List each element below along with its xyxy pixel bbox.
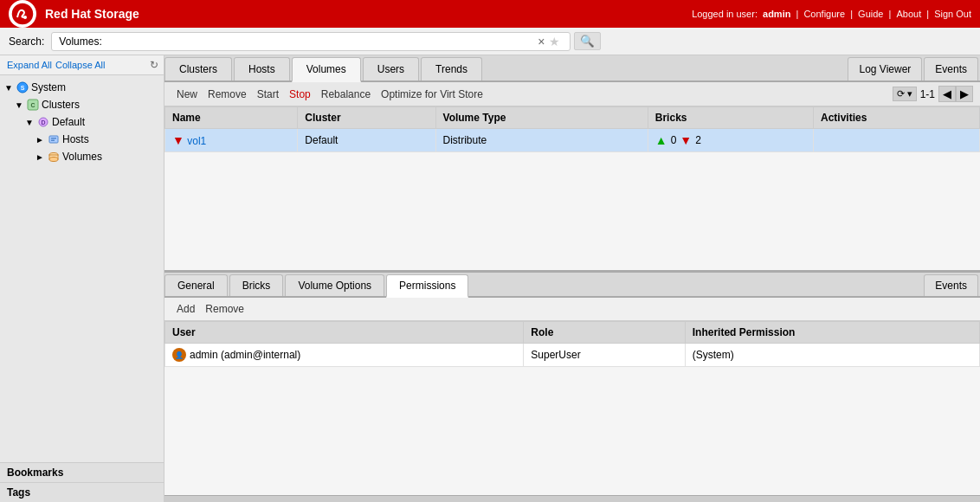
- header: Red Hat Storage Logged in user: admin | …: [0, 0, 980, 28]
- svg-text:S: S: [21, 85, 25, 91]
- col-cluster: Cluster: [298, 107, 435, 129]
- sidebar: Expand All Collapse All ↻ ▼ S System ▼ C…: [0, 55, 164, 502]
- table-row[interactable]: ▼ vol1 Default Distribute ▲ 0 ▼ 2: [165, 129, 980, 152]
- search-label: Search:: [9, 35, 44, 48]
- search-star-icon[interactable]: ★: [549, 35, 560, 48]
- lower-tabs: General Bricks Volume Options Permission…: [164, 273, 980, 298]
- tab-lower-events[interactable]: Events: [924, 274, 978, 296]
- tab-volume-options[interactable]: Volume Options: [285, 274, 384, 296]
- volumes-table-wrap: Name Cluster Volume Type Bricks Activiti…: [164, 106, 980, 270]
- cell-activities: [814, 129, 980, 152]
- pagination-label: 1-1: [920, 88, 935, 100]
- sidebar-item-label-hosts: Hosts: [62, 133, 89, 145]
- header-links: Logged in user: admin | Configure | Guid…: [689, 9, 971, 19]
- perm-col-user: User: [165, 322, 524, 344]
- optimize-button[interactable]: Optimize for Virt Store: [376, 87, 488, 102]
- tab-hosts[interactable]: Hosts: [234, 57, 290, 80]
- sidebar-item-label-system: System: [31, 81, 66, 93]
- tab-log-viewer[interactable]: Log Viewer: [848, 57, 922, 80]
- cell-volume-type: Distribute: [435, 129, 648, 152]
- tags-section: Tags: [0, 482, 164, 502]
- cell-cluster: Default: [298, 129, 435, 152]
- clusters-icon: C: [26, 98, 40, 112]
- tab-general[interactable]: General: [164, 274, 228, 296]
- svg-point-13: [49, 158, 58, 162]
- refresh-dropdown[interactable]: ⟳ ▾: [893, 87, 917, 101]
- system-icon: S: [16, 80, 29, 94]
- logo: [9, 0, 36, 28]
- col-volume-type: Volume Type: [435, 107, 648, 129]
- add-permission-button[interactable]: Add: [171, 301, 200, 317]
- tab-volumes[interactable]: Volumes: [292, 57, 361, 82]
- prev-page-button[interactable]: ◀: [938, 86, 956, 102]
- tab-clusters[interactable]: Clusters: [164, 57, 232, 80]
- about-link[interactable]: About: [896, 9, 921, 19]
- tab-events[interactable]: Events: [924, 57, 978, 80]
- arrow-hosts: ►: [35, 135, 45, 145]
- search-button[interactable]: 🔍: [574, 32, 601, 50]
- default-cluster-icon: D: [36, 115, 50, 129]
- search-input-wrap: × ★: [51, 32, 571, 51]
- cell-bricks: ▲ 0 ▼ 2: [648, 129, 813, 152]
- tab-trends[interactable]: Trends: [421, 57, 482, 80]
- permissions-action-bar: Add Remove: [164, 298, 980, 321]
- svg-point-0: [11, 3, 34, 25]
- svg-rect-9: [51, 138, 56, 139]
- perm-cell-inherited: (System): [685, 344, 979, 367]
- tab-bricks[interactable]: Bricks: [229, 274, 284, 296]
- hosts-icon: [47, 132, 61, 146]
- tab-users[interactable]: Users: [363, 57, 419, 80]
- start-button[interactable]: Start: [252, 87, 284, 102]
- logged-in-label: Logged in user:: [692, 9, 758, 19]
- arrow-system: ▼: [3, 83, 14, 93]
- arrow-default: ▼: [24, 118, 35, 127]
- user-avatar-icon: 👤: [172, 348, 186, 362]
- lower-section: General Bricks Volume Options Permission…: [164, 273, 980, 502]
- col-activities: Activities: [814, 107, 980, 129]
- sidebar-item-volumes[interactable]: ► Volumes: [0, 148, 164, 165]
- sidebar-item-hosts[interactable]: ► Hosts: [0, 131, 164, 148]
- sidebar-controls: Expand All Collapse All ↻: [0, 55, 164, 75]
- rebalance-button[interactable]: Rebalance: [316, 87, 376, 102]
- content-area: Clusters Hosts Volumes Users Trends Log …: [164, 55, 980, 502]
- search-bar: Search: × ★ 🔍: [0, 28, 980, 55]
- remove-button[interactable]: Remove: [203, 87, 252, 102]
- bricks-down-count: 2: [695, 134, 701, 146]
- bricks-down-icon: ▼: [680, 133, 692, 147]
- main-layout: Expand All Collapse All ↻ ▼ S System ▼ C…: [0, 55, 980, 502]
- bricks-up-icon: ▲: [655, 133, 667, 147]
- perm-col-role: Role: [524, 322, 685, 344]
- username: admin: [763, 9, 790, 19]
- collapse-all-button[interactable]: Collapse All: [54, 60, 106, 70]
- tab-spacer: [484, 57, 848, 80]
- perm-cell-user: 👤 admin (admin@internal): [165, 344, 524, 367]
- svg-rect-8: [49, 136, 58, 143]
- app-title: Red Hat Storage: [45, 7, 689, 21]
- arrow-clusters: ▼: [14, 100, 24, 110]
- horizontal-scrollbar[interactable]: [164, 495, 980, 502]
- search-input[interactable]: [51, 32, 571, 51]
- svg-text:D: D: [41, 119, 45, 126]
- expand-all-button[interactable]: Expand All: [5, 60, 54, 70]
- permission-row[interactable]: 👤 admin (admin@internal) SuperUser (Syst…: [165, 344, 980, 367]
- sidebar-item-default[interactable]: ▼ D Default: [0, 113, 164, 131]
- sidebar-item-clusters[interactable]: ▼ C Clusters: [0, 96, 164, 113]
- sidebar-refresh-icon[interactable]: ↻: [150, 59, 158, 71]
- top-nav-tabs: Clusters Hosts Volumes Users Trends Log …: [164, 55, 980, 82]
- configure-link[interactable]: Configure: [803, 9, 845, 19]
- guide-link[interactable]: Guide: [858, 9, 883, 19]
- new-button[interactable]: New: [171, 87, 203, 102]
- sidebar-item-label-clusters: Clusters: [42, 99, 80, 111]
- bookmarks-section: Bookmarks: [0, 462, 164, 482]
- permissions-table: User Role Inherited Permission 👤 admin (…: [164, 321, 980, 367]
- next-page-button[interactable]: ▶: [956, 86, 973, 102]
- volume-name-link[interactable]: vol1: [187, 135, 206, 147]
- search-clear-icon[interactable]: ×: [538, 35, 545, 48]
- volumes-table: Name Cluster Volume Type Bricks Activiti…: [164, 106, 980, 152]
- tab-permissions[interactable]: Permissions: [386, 274, 468, 298]
- remove-permission-button[interactable]: Remove: [200, 301, 249, 317]
- stop-button[interactable]: Stop: [284, 87, 316, 102]
- sidebar-item-system[interactable]: ▼ S System: [0, 79, 164, 96]
- col-name: Name: [165, 107, 298, 129]
- signout-link[interactable]: Sign Out: [934, 9, 971, 19]
